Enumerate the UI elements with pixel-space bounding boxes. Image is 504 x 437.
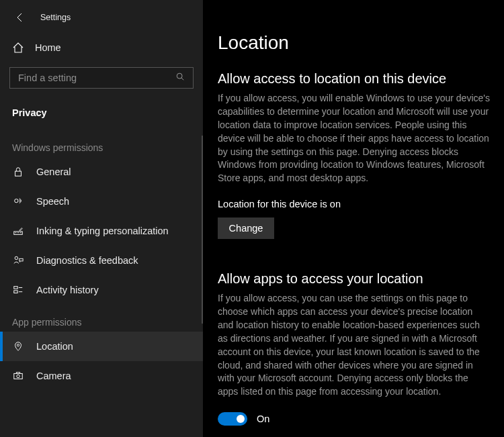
svg-point-5 xyxy=(15,256,17,259)
sidebar-item-label: General xyxy=(36,166,71,177)
change-button[interactable]: Change xyxy=(218,217,274,239)
svg-rect-8 xyxy=(14,291,17,293)
svg-rect-7 xyxy=(14,287,17,289)
apps-access-toggle[interactable] xyxy=(218,412,247,426)
svg-point-3 xyxy=(15,199,18,202)
search-container: Find a setting xyxy=(0,67,203,89)
svg-point-0 xyxy=(177,73,182,79)
svg-point-11 xyxy=(17,344,19,346)
page-title: Location xyxy=(218,32,491,54)
search-icon xyxy=(175,72,185,84)
home-label: Home xyxy=(35,42,61,53)
app-title: Settings xyxy=(40,13,71,22)
main-content: Location Allow access to location on thi… xyxy=(203,0,504,437)
svg-rect-2 xyxy=(15,171,22,176)
home-icon xyxy=(12,42,24,54)
search-input[interactable]: Find a setting xyxy=(9,67,194,89)
sidebar-item-label: Location xyxy=(36,341,73,352)
location-icon xyxy=(12,340,24,352)
svg-rect-4 xyxy=(14,232,22,234)
privacy-heading: Privacy xyxy=(0,89,203,118)
section-heading-apps-access: Allow apps to access your location xyxy=(218,271,491,287)
header-row: Settings xyxy=(0,7,203,35)
sidebar-item-activity[interactable]: Activity history xyxy=(0,275,203,305)
inking-icon xyxy=(12,225,24,237)
svg-point-13 xyxy=(17,375,19,377)
section-heading-device-access: Allow access to location on this device xyxy=(218,71,491,87)
section-label-windows-permissions: Windows permissions xyxy=(0,118,203,157)
svg-rect-6 xyxy=(19,258,23,261)
speech-icon xyxy=(12,195,24,207)
back-icon[interactable] xyxy=(15,12,26,23)
sidebar-item-location[interactable]: Location xyxy=(0,332,203,361)
sidebar-item-label: Diagnostics & feedback xyxy=(36,255,138,266)
camera-icon xyxy=(12,370,24,382)
sidebar-item-label: Activity history xyxy=(36,285,99,295)
search-placeholder: Find a setting xyxy=(18,72,175,83)
lock-icon xyxy=(12,166,24,178)
sidebar-item-speech[interactable]: Speech xyxy=(0,187,203,216)
sidebar: Settings Home Find a setting Privacy Win… xyxy=(0,0,203,437)
sidebar-item-label: Inking & typing personalization xyxy=(36,226,169,236)
svg-rect-14 xyxy=(16,373,19,374)
section-body-device-access: If you allow access, you will enable Win… xyxy=(218,92,491,185)
svg-rect-12 xyxy=(14,373,22,379)
device-location-status: Location for this device is on xyxy=(218,199,491,209)
sidebar-item-label: Speech xyxy=(36,196,69,207)
sidebar-item-general[interactable]: General xyxy=(0,157,203,187)
activity-icon xyxy=(12,284,24,296)
sidebar-item-diagnostics[interactable]: Diagnostics & feedback xyxy=(0,246,203,275)
apps-access-toggle-label: On xyxy=(257,414,269,424)
sidebar-item-home[interactable]: Home xyxy=(0,35,203,67)
sidebar-item-label: Camera xyxy=(36,371,71,381)
sidebar-item-inking[interactable]: Inking & typing personalization xyxy=(0,216,203,246)
feedback-icon xyxy=(12,254,24,266)
section-body-apps-access: If you allow access, you can use the set… xyxy=(218,292,491,399)
section-label-app-permissions: App permissions xyxy=(0,305,203,332)
svg-line-1 xyxy=(181,78,183,80)
sidebar-item-camera[interactable]: Camera xyxy=(0,361,203,391)
apps-access-toggle-row: On xyxy=(218,412,491,426)
